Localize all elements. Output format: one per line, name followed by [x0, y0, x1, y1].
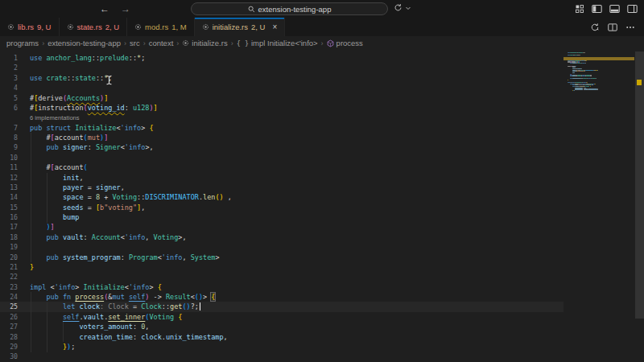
code-line[interactable]: 6#[instruction(voting_id: u128)]	[0, 103, 634, 113]
indent-guide	[31, 203, 31, 212]
code-line[interactable]: 11 #[account(	[0, 162, 634, 172]
line-number[interactable]: 16	[0, 212, 18, 222]
toggle-panel-icon[interactable]	[609, 4, 620, 14]
code-line-text: use anchor_lang::prelude::*;	[18, 53, 145, 63]
toggle-sidebar-right-icon[interactable]	[627, 4, 638, 14]
code-line[interactable]: 4	[0, 83, 634, 93]
line-number[interactable]: 6	[0, 103, 18, 113]
code-line[interactable]: 25 let clock: Clock = Clock::get()?;	[0, 302, 634, 311]
line-number[interactable]: 4	[0, 83, 18, 93]
line-number[interactable]: 13	[0, 183, 18, 192]
line-number[interactable]: 2	[0, 63, 18, 72]
breadcrumb-item-impl-initialize[interactable]: { } impl Initialize<'info>	[237, 39, 318, 47]
line-number[interactable]: 22	[0, 272, 18, 282]
arrow-left-icon[interactable]: ←	[100, 3, 109, 14]
code-line[interactable]: 15 seeds = [b"voting"],	[0, 203, 634, 212]
vertical-scrollbar[interactable]	[634, 51, 644, 362]
toggle-sidebar-left-icon[interactable]	[592, 4, 602, 14]
line-number[interactable]: 24	[0, 292, 18, 302]
breadcrumb-item-context[interactable]: context	[149, 39, 174, 47]
more-actions-icon[interactable]	[625, 23, 635, 32]
indent-guide	[31, 162, 31, 172]
tab-state-rs[interactable]: state.rs 2, U	[60, 18, 128, 36]
line-number[interactable]: 20	[0, 253, 18, 262]
code-line[interactable]: 7pub struct Initialize<'info> {	[0, 123, 634, 133]
line-number[interactable]: 3	[0, 73, 18, 83]
editor-code-area[interactable]: 1use anchor_lang::prelude::*;23use crate…	[0, 51, 634, 362]
code-line[interactable]: 17 )]	[0, 222, 634, 232]
line-number[interactable]: 26	[0, 312, 18, 322]
line-number[interactable]: 15	[0, 203, 18, 212]
code-line[interactable]: 27 voters_amount: 0,	[0, 322, 634, 331]
breadcrumb-item-extension-testing-app[interactable]: extension-testing-app	[47, 39, 121, 47]
line-number[interactable]: 14	[0, 192, 18, 202]
line-number[interactable]: 10	[0, 153, 18, 162]
rust-file-icon	[7, 23, 14, 31]
line-number[interactable]: 21	[0, 262, 18, 272]
line-number[interactable]: 5	[0, 93, 18, 103]
code-line[interactable]: 3use crate::state::*;	[0, 73, 634, 83]
code-line[interactable]: 20 pub system_program: Program<'info, Sy…	[0, 253, 634, 262]
line-number[interactable]: 18	[0, 232, 18, 242]
line-number[interactable]: 17	[0, 222, 18, 232]
code-line[interactable]: 13 payer = signer,	[0, 183, 634, 192]
line-number[interactable]: 7	[0, 123, 18, 133]
code-line-text: bump	[18, 212, 79, 222]
line-number[interactable]: 25	[0, 302, 18, 311]
code-line[interactable]: 22	[0, 272, 634, 282]
code-line[interactable]: 30	[0, 352, 634, 361]
chevron-down-icon[interactable]	[405, 5, 411, 11]
command-center-search[interactable]: extension-testing-app	[191, 2, 388, 15]
code-line[interactable]: 10	[0, 153, 634, 162]
line-number[interactable]: 28	[0, 332, 18, 342]
breadcrumb-item-process[interactable]: process	[327, 39, 363, 47]
code-line-text: #[account(	[18, 162, 88, 172]
arrow-right-icon[interactable]: →	[121, 3, 130, 14]
code-line[interactable]: 21}	[0, 262, 634, 272]
code-line[interactable]: 23impl <'info> Initialize<'info> {	[0, 282, 634, 292]
code-line[interactable]: 2	[0, 63, 634, 72]
line-number[interactable]: 8	[0, 133, 18, 142]
line-number[interactable]: 19	[0, 242, 18, 252]
refresh-icon[interactable]	[394, 3, 402, 12]
code-line[interactable]: 1use anchor_lang::prelude::*;	[0, 53, 634, 63]
line-number[interactable]: 27	[0, 322, 18, 331]
line-number[interactable]: 1	[0, 53, 18, 63]
code-line[interactable]: 14 space = 8 + Voting::DISCRIMINATOR.len…	[0, 192, 634, 202]
code-line[interactable]: 29 });	[0, 342, 634, 352]
breadcrumb-item-src[interactable]: src	[130, 39, 140, 47]
breadcrumb-item-initialize-rs[interactable]: initialize.rs	[182, 39, 227, 47]
line-number[interactable]: 29	[0, 342, 18, 352]
minimap[interactable]	[564, 51, 634, 362]
code-line[interactable]: 18 pub vault: Account<'info, Voting>,	[0, 232, 634, 242]
scrollbar-thumb[interactable]	[635, 51, 644, 319]
code-line[interactable]: 5#[derive(Accounts)]	[0, 93, 634, 103]
code-line[interactable]: 9 pub signer: Signer<'info>,	[0, 142, 634, 152]
breadcrumb: programs › extension-testing-app › src ›…	[0, 36, 644, 50]
code-line[interactable]: 26 self.vault.set_inner(Voting {	[0, 312, 634, 322]
code-line[interactable]: 12 init,	[0, 173, 634, 183]
code-line[interactable]: 19	[0, 242, 634, 252]
split-editor-icon[interactable]	[608, 23, 617, 32]
line-number[interactable]: 11	[0, 162, 18, 172]
code-line[interactable]: 8 #[account(mut)]	[0, 133, 634, 142]
code-line[interactable]: 16 bump	[0, 212, 634, 222]
search-value: extension-testing-app	[258, 5, 332, 14]
close-icon[interactable]: ×	[272, 23, 277, 31]
indent-guide	[47, 173, 47, 183]
breadcrumb-item-programs[interactable]: programs	[6, 39, 39, 47]
tab-label: lib.rs	[18, 23, 34, 31]
customize-layout-icon[interactable]	[575, 4, 584, 14]
code-line[interactable]: 24 pub fn process(&mut self) -> Result<(…	[0, 292, 634, 302]
rust-file-icon	[202, 23, 209, 31]
line-number[interactable]: 9	[0, 142, 18, 152]
code-line[interactable]: 28 creation_time: clock.unix_timestamp,	[0, 332, 634, 342]
tab-mod-rs[interactable]: mod.rs 1, M	[127, 18, 195, 36]
tab-initialize-rs[interactable]: initialize.rs 2, U ×	[195, 18, 286, 36]
tab-lib-rs[interactable]: lib.rs 9, U	[0, 18, 60, 36]
line-number[interactable]: 30	[0, 352, 18, 361]
line-number[interactable]: 23	[0, 282, 18, 292]
open-changes-icon[interactable]	[590, 23, 600, 32]
line-number[interactable]: 12	[0, 173, 18, 183]
indent-guide	[31, 342, 31, 352]
